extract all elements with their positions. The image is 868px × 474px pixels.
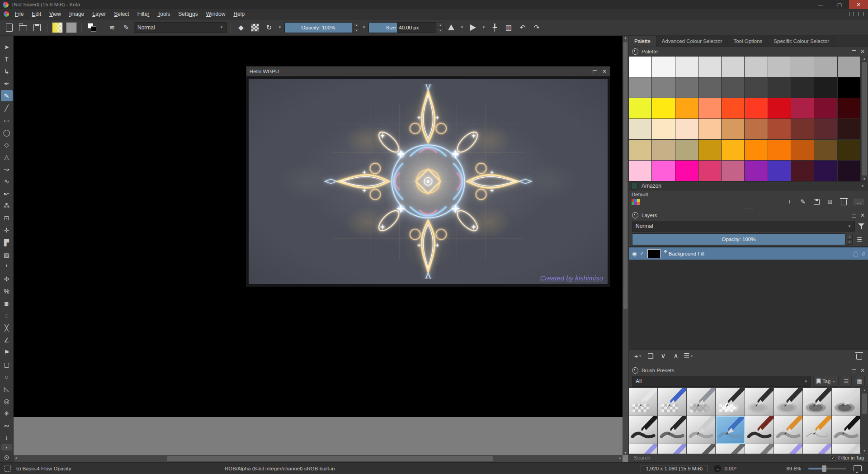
palette-swatch[interactable] [745, 57, 768, 77]
maximize-button[interactable]: ▢ [830, 0, 849, 9]
image-dimensions[interactable]: 1,920 x 1,080 (15.9 MiB) [641, 465, 708, 472]
palette-swatch[interactable] [814, 140, 837, 161]
patch-tool[interactable]: ✣ [1, 273, 13, 284]
palette-swatch[interactable] [791, 140, 814, 161]
palette-swatch[interactable] [838, 57, 861, 77]
brush-preset-2[interactable] [658, 388, 687, 416]
palette-swatch[interactable] [768, 98, 791, 119]
palette-view-button[interactable]: ⊞ [826, 198, 834, 205]
palette-swatch[interactable] [675, 77, 698, 98]
menu-layer[interactable]: Layer [88, 10, 110, 18]
close-button[interactable]: ✕ [849, 0, 868, 9]
dropdown-arrow-icon[interactable]: ▼ [459, 25, 465, 29]
palette-swatch[interactable] [652, 98, 675, 119]
selection-mode-icon[interactable] [4, 465, 11, 472]
brush-search-input[interactable] [633, 455, 827, 461]
mirror-horizontal-icon[interactable] [445, 22, 458, 33]
palette-swatch[interactable] [698, 161, 722, 181]
brush-preset-20[interactable] [716, 444, 745, 454]
palette-collection-select[interactable]: Amazon ▼ [629, 181, 868, 190]
brush-preset-22[interactable] [774, 444, 803, 454]
menu-filter[interactable]: Filter [133, 10, 154, 18]
fill-tool[interactable]: ◙ [1, 298, 13, 309]
opacity-slider[interactable]: Opacity: 100% [284, 22, 352, 33]
save-document-icon[interactable] [31, 22, 43, 33]
grid-view-button[interactable]: ▦ [854, 376, 865, 387]
palette-swatch[interactable] [675, 140, 698, 161]
brush-preset-10[interactable] [658, 416, 687, 444]
zoom-slider-thumb[interactable] [822, 465, 826, 472]
save-palette-button[interactable] [813, 199, 820, 205]
palette-swatch[interactable] [652, 57, 675, 77]
brush-preset-1[interactable] [629, 388, 658, 416]
palette-swatch[interactable] [814, 119, 837, 140]
menu-settings[interactable]: Settings [174, 10, 202, 18]
docker-splitter[interactable]: ······ [629, 362, 868, 366]
lock-docker-icon[interactable] [632, 367, 638, 374]
palette-swatch[interactable] [838, 98, 861, 119]
palette-swatch[interactable] [698, 77, 722, 98]
rectangular-selection-tool[interactable]: ▢ [1, 359, 13, 370]
elliptical-selection-tool[interactable]: ○ [1, 371, 13, 382]
menu-file[interactable]: File [11, 10, 28, 18]
reference-images-tool[interactable]: ⚑ [1, 346, 13, 358]
brush-preset-24[interactable] [832, 444, 861, 454]
palette-swatch[interactable] [768, 140, 791, 161]
edit-shapes-tool[interactable]: ↳ [1, 66, 13, 77]
palette-swatch[interactable] [768, 57, 791, 77]
edit-brush-settings-icon[interactable]: ✎ [120, 22, 132, 33]
palette-swatch[interactable] [838, 119, 861, 140]
palette-swatch[interactable] [791, 98, 814, 119]
bezier-curve-tool[interactable]: ↝ [1, 163, 13, 175]
undo-icon[interactable]: ↶ [516, 22, 529, 33]
docker-splitter[interactable]: ······ [629, 207, 868, 211]
layer-options-menu-icon[interactable]: ☰ [854, 236, 865, 243]
dropdown-arrow-icon[interactable]: ▼ [277, 25, 283, 29]
canvas-vertical-scrollbar[interactable]: ▲ ▼ [623, 36, 628, 455]
palette-swatch[interactable] [629, 161, 652, 181]
float-docker-icon[interactable] [852, 50, 856, 54]
tab-palette[interactable]: Palette [629, 36, 656, 47]
layer-filter-button[interactable] [858, 223, 865, 229]
spinner[interactable]: ▲▼ [354, 22, 359, 33]
menu-window[interactable]: Window [202, 10, 230, 18]
text-tool[interactable]: T [1, 53, 13, 65]
palette-swatch[interactable] [652, 77, 675, 98]
brush-scroll-thumb[interactable] [862, 393, 867, 414]
show-canvas-only-icon[interactable] [859, 12, 863, 16]
scroll-up-icon[interactable]: ▲ [623, 36, 628, 39]
palette-swatch[interactable] [675, 119, 698, 140]
palette-swatch[interactable] [675, 161, 698, 181]
close-docker-icon[interactable]: ✕ [860, 48, 865, 55]
brush-preset-12[interactable] [716, 416, 745, 444]
brush-preset-18[interactable] [658, 444, 687, 454]
blending-mode-select[interactable]: Normal▼ [134, 22, 227, 33]
lock-docker-icon[interactable] [632, 212, 638, 218]
brush-preset-3[interactable] [687, 388, 716, 416]
palette-swatch[interactable] [652, 119, 675, 140]
brush-preset-19[interactable] [687, 444, 716, 454]
brush-preset-21[interactable] [745, 444, 774, 454]
palette-swatch[interactable] [768, 77, 791, 98]
menu-help[interactable]: Help [229, 10, 249, 18]
zoom-tool[interactable]: ⊙ [1, 451, 13, 463]
reload-original-preset-icon[interactable]: ↻ [263, 22, 275, 33]
brush-scrollbar[interactable]: ▲ ▼ [860, 388, 868, 453]
freehand-path-tool[interactable]: ∿ [1, 175, 13, 187]
brush-preset-6[interactable] [774, 388, 803, 416]
add-swatch-button[interactable]: + [786, 198, 793, 205]
rectangle-tool[interactable]: ▭ [1, 114, 13, 126]
vertical-scroll-thumb[interactable] [623, 42, 627, 309]
palette-swatch[interactable] [698, 140, 722, 161]
brush-preset-14[interactable] [774, 416, 803, 444]
dynamic-brush-tool[interactable]: ↜ [1, 188, 13, 199]
brush-preset-17[interactable] [629, 444, 658, 454]
horizontal-scroll-thumb[interactable] [167, 456, 493, 461]
brush-preset-4[interactable] [716, 388, 745, 416]
palette-swatch[interactable] [722, 161, 745, 181]
color-sampler-tool[interactable]: ❜ [1, 261, 13, 272]
palette-scrollbar[interactable]: ▲ ▼ [860, 56, 868, 181]
menu-edit[interactable]: Edit [28, 10, 45, 18]
layers-docker-header[interactable]: Layers ✕ [629, 211, 868, 220]
move-layer-up-button[interactable]: ∧ [670, 351, 681, 361]
